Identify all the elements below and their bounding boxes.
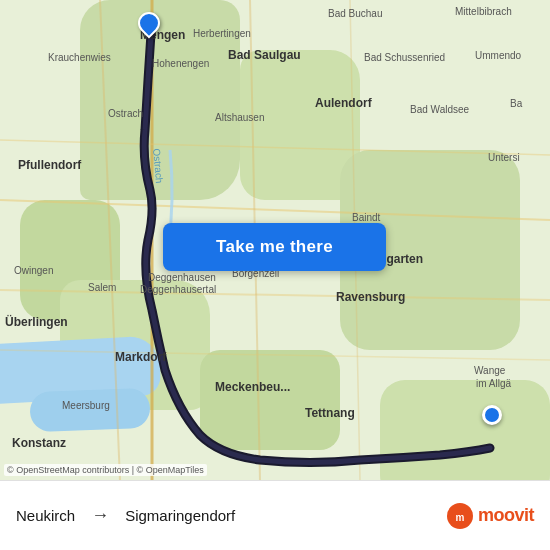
origin-label: Neukirch [16,507,75,524]
moovit-logo: m moovit [446,502,534,530]
place-label-salem: Salem [88,282,116,293]
place-label-imallgau: im Allgä [476,378,511,389]
route-summary: Neukirch → Sigmaringendorf [16,505,446,526]
map-area: Mengen Herbertingen Bad Buchau Mittelbib… [0,0,550,480]
place-label-aulendorf: Aulendorf [315,96,372,110]
map-attribution: © OpenStreetMap contributors | © OpenMap… [4,464,207,476]
forest-area [380,380,550,480]
place-label-herbertingen: Herbertingen [193,28,251,39]
moovit-text: moovit [478,505,534,526]
place-label-ba: Ba [510,98,522,109]
place-label-badsaulgau: Bad Saulgau [228,48,301,62]
cta-label: Take me there [216,237,333,257]
place-label-hohenengen: Hohenengen [152,58,209,69]
place-label-baindt: Baindt [352,212,380,223]
place-label-altshausen: Altshausen [215,112,264,123]
destination-label: Sigmaringendorf [125,507,235,524]
place-label-mittelbibrach: Mittelbibrach [455,6,512,17]
place-label-ravensburg: Ravensburg [336,290,405,304]
app-container: Mengen Herbertingen Bad Buchau Mittelbib… [0,0,550,550]
place-label-owingen: Owingen [14,265,53,276]
place-label-markdorf: Markdorf [115,350,166,364]
arrow-icon: → [91,505,109,526]
forest-area [200,350,340,450]
place-label-konstanz: Konstanz [12,436,66,450]
moovit-icon: m [446,502,474,530]
place-label-badbuchau: Bad Buchau [328,8,383,19]
place-label-badschussenried: Bad Schussenried [364,52,445,63]
place-label-pfullendorf: Pfullendorf [18,158,81,172]
place-label-ummendo: Ummendo [475,50,521,61]
place-label-deggenhausen: Deggenhausen [148,272,216,283]
bottom-bar: Neukirch → Sigmaringendorf m moovit [0,480,550,550]
place-label-wange: Wange [474,365,505,376]
place-label-untersi: Untersi [488,152,520,163]
place-label-tettnang: Tettnang [305,406,355,420]
place-label-uberlingen: Überlingen [5,315,68,329]
svg-text:m: m [456,512,465,523]
take-me-there-button[interactable]: Take me there [163,223,386,271]
place-label-meckenbeuern: Meckenbeu... [215,380,290,394]
end-marker [482,405,502,425]
place-label-meersburg: Meersburg [62,400,110,411]
place-label-badwaldsee: Bad Waldsee [410,104,469,115]
place-label-ostrach: Ostrach [108,108,143,119]
place-label-deggenhausertal: Deggenhausertal [140,284,216,295]
place-label-krauchenwies: Krauchenwies [48,52,111,63]
